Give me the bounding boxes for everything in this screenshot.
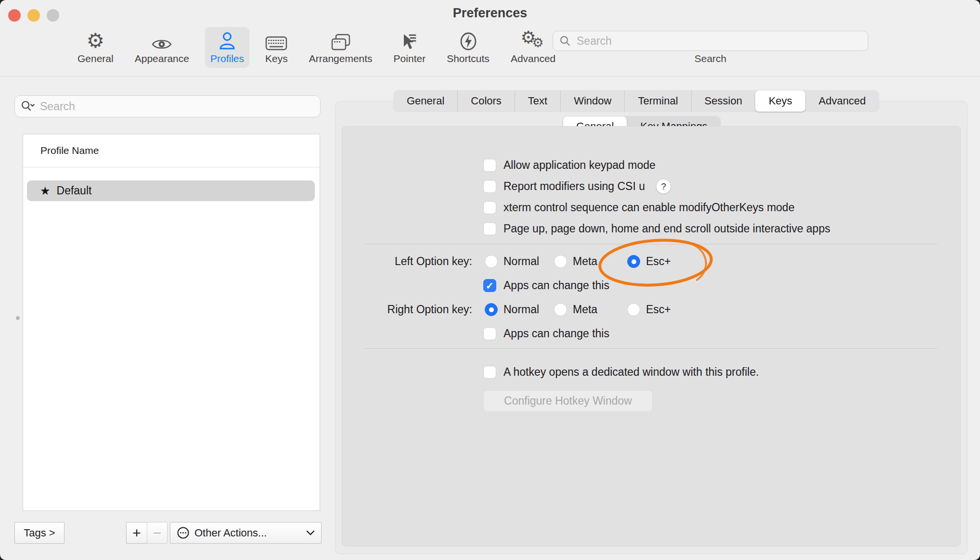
add-profile-button[interactable]: + — [126, 522, 147, 544]
toolbar-label: Pointer — [394, 53, 426, 64]
radio-right-meta[interactable]: Meta — [554, 299, 597, 320]
right-option-key-label: Right Option key: — [342, 299, 472, 320]
profile-row-default[interactable]: ★ Default — [27, 180, 315, 201]
radio-label: Esc+ — [646, 303, 671, 316]
keyboard-icon — [265, 29, 287, 51]
tab-text[interactable]: Text — [515, 90, 560, 112]
toolbar-item-pointer[interactable]: Pointer — [388, 27, 431, 68]
gear-icon: ⚙ — [87, 29, 105, 51]
checkbox-label: Allow application keypad mode — [503, 159, 656, 172]
toolbar-search-field[interactable] — [553, 31, 868, 51]
checkbox-row: A hotkey opens a dedicated window with t… — [483, 361, 759, 383]
preferences-toolbar: ⚙ General Appearance Profiles — [72, 27, 561, 68]
toolbar-item-arrangements[interactable]: Arrangements — [304, 27, 378, 68]
profile-tabs: General Colors Text Window Terminal Sess… — [394, 90, 879, 112]
tab-advanced[interactable]: Advanced — [805, 90, 879, 112]
radio-label: Normal — [503, 303, 539, 316]
checkbox-csi-u[interactable] — [483, 180, 496, 193]
search-filter-icon — [21, 100, 35, 113]
checkbox-label: Page up, page down, home and end scroll … — [503, 222, 830, 235]
radio-right-normal[interactable]: Normal — [485, 299, 539, 320]
checkbox-label: Apps can change this — [503, 279, 609, 292]
eye-icon — [151, 29, 172, 51]
checkbox-label: Apps can change this — [503, 327, 609, 340]
left-option-key-row: Left Option key: Normal Meta Esc+ — [342, 251, 960, 272]
toolbar-search-caption: Search — [553, 53, 868, 64]
profile-search-input[interactable] — [39, 100, 314, 114]
toolbar-item-profiles[interactable]: Profiles — [205, 27, 249, 68]
checkbox-row: xterm control sequence can enable modify… — [483, 197, 795, 218]
chevron-down-icon — [306, 530, 315, 535]
radio-icon[interactable] — [485, 303, 498, 316]
lightning-icon — [458, 29, 478, 51]
checkbox-keypad-mode[interactable] — [483, 159, 496, 172]
radio-label: Meta — [573, 303, 597, 316]
radio-icon[interactable] — [554, 303, 567, 316]
checkbox-row: Apps can change this — [483, 323, 609, 344]
radio-right-esc[interactable]: Esc+ — [627, 299, 671, 320]
radio-icon[interactable] — [554, 255, 567, 268]
gears-icon: ⚙⚙ — [521, 29, 546, 51]
toolbar-label: Arrangements — [309, 53, 373, 64]
help-button[interactable]: ? — [656, 179, 671, 194]
profile-row-label: Default — [57, 184, 92, 197]
divider — [365, 348, 937, 349]
checkbox-modify-other-keys[interactable] — [483, 201, 496, 214]
toolbar-label: General — [77, 53, 114, 64]
checkbox-row: Report modifiers using CSI u ? — [483, 176, 671, 197]
radio-icon[interactable] — [627, 255, 640, 268]
checkbox-right-apps-can-change[interactable] — [483, 327, 496, 340]
checkbox-label: A hotkey opens a dedicated window with t… — [503, 366, 759, 379]
star-icon: ★ — [40, 184, 51, 198]
radio-label: Normal — [503, 255, 539, 268]
toolbar-label: Appearance — [135, 53, 189, 64]
profile-list: Profile Name ★ Default — [23, 134, 320, 511]
toolbar-divider — [0, 76, 980, 76]
toolbar-label: Profiles — [210, 53, 244, 64]
tab-window[interactable]: Window — [560, 90, 624, 112]
left-option-key-label: Left Option key: — [342, 251, 472, 272]
toolbar-label: Shortcuts — [447, 53, 490, 64]
profile-list-header: Profile Name — [23, 134, 320, 167]
toolbar-label: Keys — [265, 53, 288, 64]
radio-icon[interactable] — [485, 255, 498, 268]
keys-general-panel: Allow application keypad mode Report mod… — [342, 126, 961, 547]
window-title: Preferences — [0, 6, 980, 21]
toolbar-search-input[interactable] — [576, 34, 862, 48]
radio-left-esc[interactable]: Esc+ — [627, 251, 671, 272]
tab-general[interactable]: General — [394, 90, 457, 112]
windows-icon — [330, 29, 351, 51]
toolbar-item-general[interactable]: ⚙ General — [72, 27, 119, 68]
tab-keys[interactable]: Keys — [755, 90, 805, 112]
radio-left-meta[interactable]: Meta — [554, 251, 597, 272]
profile-search-field[interactable] — [14, 95, 321, 117]
toolbar-item-shortcuts[interactable]: Shortcuts — [441, 27, 495, 68]
splitter-handle-dot[interactable] — [16, 316, 20, 320]
tags-button[interactable]: Tags > — [14, 522, 64, 544]
radio-left-normal[interactable]: Normal — [485, 251, 539, 272]
tab-terminal[interactable]: Terminal — [624, 90, 691, 112]
other-actions-dropdown[interactable]: Other Actions... — [170, 522, 322, 544]
preferences-window: Preferences ⚙ General Appearance — [0, 0, 980, 560]
checkbox-label: Report modifiers using CSI u — [503, 180, 645, 193]
search-icon — [559, 35, 571, 47]
toolbar-item-keys[interactable]: Keys — [260, 27, 293, 68]
remove-profile-button[interactable]: − — [147, 522, 168, 544]
checkbox-row: Allow application keypad mode — [483, 154, 656, 176]
tab-session[interactable]: Session — [691, 90, 755, 112]
checkbox-label: xterm control sequence can enable modify… — [503, 201, 795, 214]
circle-ellipsis-icon — [177, 526, 190, 539]
checkbox-row: Page up, page down, home and end scroll … — [483, 218, 830, 240]
checkbox-row: ✓ Apps can change this — [483, 275, 609, 296]
checkbox-hotkey-window[interactable] — [483, 366, 496, 379]
configure-hotkey-window-button[interactable]: Configure Hotkey Window — [483, 390, 653, 412]
checkbox-page-scroll[interactable] — [483, 222, 496, 235]
radio-label: Esc+ — [646, 255, 671, 268]
checkbox-left-apps-can-change[interactable]: ✓ — [483, 279, 496, 292]
toolbar-item-appearance[interactable]: Appearance — [129, 27, 194, 68]
tab-colors[interactable]: Colors — [457, 90, 515, 112]
radio-label: Meta — [573, 255, 597, 268]
other-actions-label: Other Actions... — [194, 527, 267, 539]
right-option-key-row: Right Option key: Normal Meta Esc+ — [342, 299, 960, 320]
radio-icon[interactable] — [627, 303, 640, 316]
